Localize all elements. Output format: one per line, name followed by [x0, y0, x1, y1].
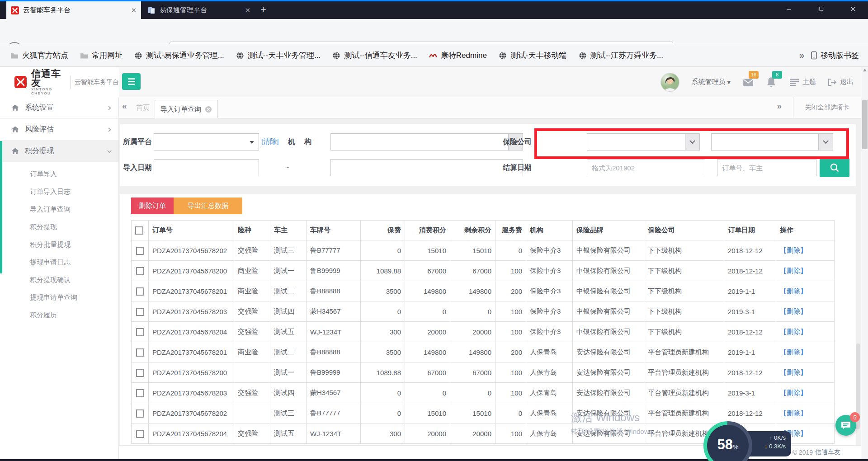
delete-order-link[interactable]: 【删除】 — [780, 307, 807, 315]
delete-order-link[interactable]: 【删除】 — [780, 409, 807, 417]
tabs-scroll-left-icon[interactable]: « — [122, 101, 127, 111]
sidebar-item-提现申请单查询[interactable]: 提现申请单查询 — [0, 288, 118, 306]
order-cell: PDZA201737045678204 — [149, 423, 234, 444]
sidebar-group-系统设置[interactable]: 系统设置 — [0, 97, 118, 119]
search-button[interactable] — [820, 158, 849, 177]
clear-platform-link[interactable]: [清除] — [261, 137, 278, 146]
import-date-end-input[interactable] — [330, 159, 523, 176]
close-all-tabs-button[interactable]: 关闭全部选项卡 — [793, 97, 861, 118]
platform-combobox[interactable] — [154, 133, 259, 151]
order-cell: 人保青岛 — [526, 403, 573, 423]
avatar[interactable] — [660, 73, 679, 92]
tab-close-icon[interactable]: ✕ — [131, 6, 137, 14]
tab-title: 云智能车务平台 — [23, 6, 127, 14]
window-close-button[interactable] — [843, 0, 863, 18]
row-checkbox[interactable] — [136, 328, 144, 336]
order-cell: 鲁B77777 — [307, 403, 361, 423]
tabs-scroll-right-icon[interactable]: » — [777, 101, 782, 111]
keyword-input[interactable] — [717, 159, 816, 176]
delete-order-link[interactable]: 【删除】 — [780, 328, 807, 335]
brand-subtitle: XINTONG CHEYOU — [31, 87, 66, 95]
new-tab-button[interactable]: + — [260, 5, 266, 14]
row-checkbox[interactable] — [136, 409, 144, 418]
insurer-brand-select[interactable] — [587, 133, 700, 151]
order-cell: 100 — [495, 322, 526, 342]
delete-order-link[interactable]: 【删除】 — [780, 389, 807, 396]
delete-order-link[interactable]: 【删除】 — [780, 246, 807, 254]
row-checkbox[interactable] — [136, 308, 144, 316]
bookmark-item[interactable]: 测试-天丰移动端 — [495, 48, 571, 62]
export-summary-button[interactable]: 导出汇总数据 — [174, 198, 242, 214]
delete-orders-button[interactable]: 删除订单 — [131, 198, 174, 214]
delete-order-link[interactable]: 【删除】 — [780, 348, 807, 356]
chat-floating-button[interactable]: 5 — [835, 415, 856, 436]
order-row: PDZA201737045678202测试三鲁B7777701501015010… — [132, 403, 835, 423]
browser-tab-inactive[interactable]: 易保通管理平台 ✕ — [143, 1, 255, 19]
row-checkbox[interactable] — [136, 287, 144, 296]
settle-date-input[interactable] — [587, 159, 705, 176]
sidebar-item-积分提现确认[interactable]: 积分提现确认 — [0, 271, 118, 288]
tab-close-icon[interactable]: ✕ — [245, 6, 250, 14]
sidebar-group-风险评估[interactable]: 风险评估 — [0, 119, 118, 141]
sidebar-collapse-button[interactable] — [122, 73, 141, 90]
orders-table: 订单号险种车主车牌号保费消费积分剩余积分服务费机构保险品牌保险公司订单日期操作P… — [131, 220, 835, 444]
bookmark-item[interactable]: 测试-易保通业务管理... — [130, 48, 228, 62]
bookmark-item[interactable]: 测试--江苏万舜业务... — [575, 48, 668, 62]
scrollbar-thumb[interactable] — [862, 100, 868, 149]
sidebar-item-订单导入[interactable]: 订单导入 — [0, 165, 118, 183]
row-checkbox[interactable] — [136, 389, 144, 397]
sidebar-item-积分提现[interactable]: 积分提现 — [0, 218, 118, 235]
notifications-button[interactable]: 8 — [766, 76, 778, 88]
bookmark-item[interactable]: 常用网址 — [76, 48, 127, 62]
row-checkbox[interactable] — [136, 430, 144, 438]
messages-button[interactable]: 16 — [742, 76, 754, 88]
page-scrollbar[interactable] — [861, 67, 868, 459]
order-cell: 中银保险有限公司 — [573, 301, 644, 322]
sidebar-item-积分批量提现[interactable]: 积分批量提现 — [0, 235, 118, 253]
bookmark-label: 测试--江苏万舜业务... — [590, 50, 664, 61]
mobile-bookmarks-item[interactable]: 移动版书签 — [811, 50, 859, 61]
sidebar-item-提现申请日志[interactable]: 提现申请日志 — [0, 253, 118, 271]
select-arrow-button[interactable] — [818, 134, 833, 150]
bookmark-item[interactable]: 测试--天丰业务管理... — [232, 48, 325, 62]
tab-import-order-query[interactable]: 导入订单查询 — [155, 100, 218, 118]
window-maximize-button[interactable] — [811, 0, 831, 18]
insurer-company-select[interactable] — [711, 133, 833, 151]
order-cell: 测试一 — [270, 362, 307, 383]
user-menu[interactable]: 系统管理员▾ — [691, 78, 731, 86]
site-favicon — [11, 6, 19, 14]
row-checkbox[interactable] — [136, 247, 144, 255]
row-checkbox[interactable] — [136, 369, 144, 377]
org-select[interactable] — [330, 133, 523, 151]
row-checkbox[interactable] — [136, 267, 144, 275]
bookmarks-overflow-chevron[interactable]: » — [793, 50, 811, 61]
browser-tab-active[interactable]: 云智能车务平台 ✕ — [6, 1, 141, 19]
sidebar-item-导入订单查询[interactable]: 导入订单查询 — [0, 200, 118, 218]
delete-order-link[interactable]: 【删除】 — [780, 267, 807, 274]
order-cell: 2019-3-1 — [724, 301, 776, 322]
bookmark-item[interactable]: 康特Redmine — [425, 48, 491, 62]
delete-order-link[interactable]: 【删除】 — [780, 287, 807, 295]
tab-home[interactable]: 首页 — [136, 103, 150, 112]
scroll-up-arrow-icon[interactable] — [863, 69, 867, 71]
sidebar-item-订单导入日志[interactable]: 订单导入日志 — [0, 183, 118, 200]
select-arrow-button[interactable] — [685, 134, 699, 150]
sidebar-group-积分提现[interactable]: 积分提现 — [0, 141, 118, 162]
order-cell: 15010 — [450, 240, 495, 261]
window-minimize-button[interactable] — [778, 0, 799, 18]
column-header: 剩余积分 — [450, 221, 495, 240]
sidebar-item-积分履历[interactable]: 积分履历 — [0, 306, 118, 324]
row-checkbox[interactable] — [136, 348, 144, 357]
logout-button[interactable]: 退出 — [828, 78, 854, 86]
order-cell: 0 — [405, 383, 450, 403]
brand-text: 信通车友 XINTONG CHEYOU — [31, 69, 66, 95]
bookmark-item[interactable]: 测试--信通车友业务... — [328, 48, 421, 62]
bookmark-item[interactable]: 火狐官方站点 — [6, 48, 72, 62]
import-date-start-input[interactable] — [154, 159, 259, 176]
order-cell: 平台管理员新建机构 — [644, 383, 724, 403]
theme-button[interactable]: 主题 — [789, 78, 816, 86]
tab-close-icon[interactable] — [205, 106, 212, 113]
select-all-checkbox[interactable] — [135, 226, 143, 235]
order-cell: 【删除】 — [776, 362, 835, 383]
delete-order-link[interactable]: 【删除】 — [780, 368, 807, 376]
